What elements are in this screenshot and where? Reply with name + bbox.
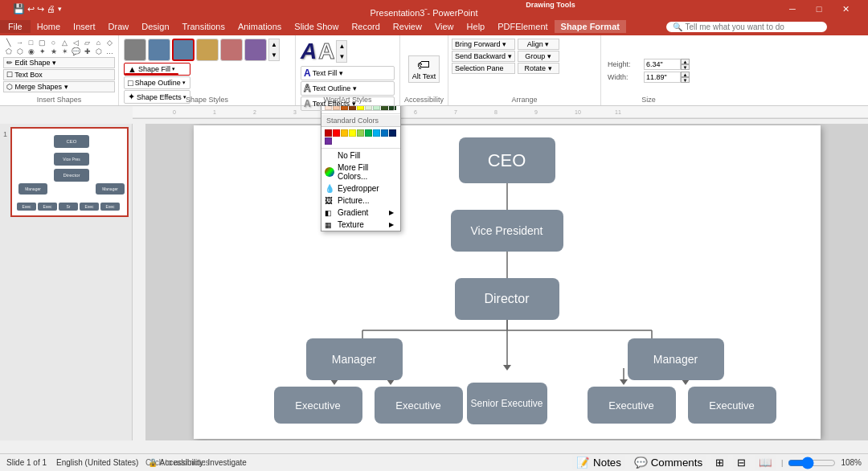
shape-outline-button[interactable]: □ Shape Outline ▾ — [124, 76, 190, 89]
view-reading-button[interactable]: 📖 — [755, 455, 776, 470]
shape-cube[interactable]: ⬡ — [93, 47, 104, 55]
group-button[interactable]: Group ▾ — [518, 51, 559, 62]
height-up[interactable]: ▲ — [681, 59, 690, 64]
menu-shape-format[interactable]: Shape Format — [555, 20, 626, 33]
sc-10[interactable] — [325, 137, 332, 145]
menu-insert[interactable]: Insert — [67, 20, 102, 33]
menu-slideshow[interactable]: Slide Show — [288, 20, 345, 33]
more-fill-item[interactable]: More Fill Colors... — [321, 162, 400, 182]
sc-5[interactable] — [357, 129, 364, 137]
sc-6[interactable] — [365, 129, 372, 137]
executive3-box[interactable]: Executive — [588, 387, 676, 424]
shape-trap[interactable]: ⌂ — [93, 39, 104, 47]
sc-7[interactable] — [373, 129, 380, 137]
style-swatch-2[interactable] — [148, 39, 170, 61]
sc-4[interactable] — [349, 129, 356, 137]
shape-star4[interactable]: ✦ — [37, 47, 47, 55]
zoom-slider[interactable] — [788, 458, 836, 468]
shape-star6[interactable]: ✶ — [59, 47, 70, 55]
minimize-button[interactable]: ─ — [780, 2, 805, 15]
style-swatch-scroll[interactable]: ▲ ▼ — [268, 39, 280, 61]
wordart-a-outline[interactable]: A — [318, 39, 334, 64]
gradient-item[interactable]: ◧ Gradient ▶ — [321, 207, 400, 219]
bring-forward-button[interactable]: Bring Forward ▾ — [452, 39, 515, 50]
shape-more[interactable]: … — [104, 47, 115, 55]
slide-thumbnail[interactable]: CEO Vice Pres Director Manager Manager E… — [10, 127, 129, 217]
text-outline-button[interactable]: A Text Outline ▾ — [301, 81, 395, 96]
menu-pdfelement[interactable]: PDFElement — [491, 20, 554, 33]
menu-review[interactable]: Review — [387, 20, 428, 33]
qat-print[interactable]: 🖨 — [47, 4, 55, 14]
merge-shapes-button[interactable]: ⬡ Merge Shapes ▾ — [3, 81, 115, 92]
sc-8[interactable] — [381, 129, 388, 137]
qat-redo[interactable]: ↪ — [37, 4, 44, 14]
height-down[interactable]: ▼ — [681, 64, 690, 70]
texture-item[interactable]: ▦ Texture ▶ — [321, 219, 400, 231]
director-box[interactable]: Director — [455, 278, 559, 320]
shape-hexa[interactable]: ⬡ — [14, 47, 25, 55]
executive2-box[interactable]: Executive — [375, 387, 463, 424]
shape-diam[interactable]: ◇ — [104, 39, 115, 47]
width-up[interactable]: ▲ — [681, 72, 690, 77]
style-swatch-1[interactable] — [124, 39, 146, 61]
shape-rect[interactable]: □ — [26, 39, 36, 47]
ceo-box[interactable]: CEO — [459, 137, 555, 183]
menu-transitions[interactable]: Transitions — [176, 20, 231, 33]
style-swatch-5[interactable] — [220, 39, 243, 61]
text-box-button[interactable]: ☐ Text Box — [3, 69, 115, 80]
canvas-area[interactable]: CEO Vice President Director Manager Mana… — [145, 124, 868, 440]
wordart-scroll[interactable]: ▲ ▼ — [336, 40, 347, 63]
qat-dropdown[interactable]: ▾ — [58, 5, 62, 13]
shape-arrow[interactable]: → — [14, 39, 25, 47]
slide-canvas[interactable]: CEO Vice President Director Manager Mana… — [194, 125, 821, 439]
qat-undo[interactable]: ↩ — [27, 4, 35, 14]
sc-3[interactable] — [341, 129, 348, 137]
style-swatch-4[interactable] — [196, 39, 219, 61]
shape-rtri[interactable]: ◁ — [71, 39, 81, 47]
alt-text-button[interactable]: 🏷 Alt Text — [408, 55, 440, 83]
text-fill-button[interactable]: A Text Fill ▾ — [301, 66, 395, 80]
height-input[interactable] — [644, 59, 681, 70]
width-input[interactable] — [644, 72, 681, 83]
sc-1[interactable] — [325, 129, 332, 137]
shape-callout[interactable]: 💬 — [71, 47, 81, 55]
width-down[interactable]: ▼ — [681, 77, 690, 83]
close-button[interactable]: ✕ — [833, 2, 858, 15]
eyedropper-item[interactable]: 💧 Eyedropper — [321, 182, 400, 195]
picture-item[interactable]: 🖼 Picture... — [321, 195, 400, 207]
wordart-a-large[interactable]: A — [301, 39, 317, 64]
edit-shape-button[interactable]: ✏ Edit Shape ▾ — [3, 57, 115, 68]
menu-help[interactable]: Help — [461, 20, 492, 33]
menu-record[interactable]: Record — [345, 20, 386, 33]
shape-line[interactable]: ╲ — [3, 39, 14, 47]
qat-save[interactable]: 💾 — [13, 3, 25, 14]
manager1-box[interactable]: Manager — [306, 338, 403, 380]
shape-tri[interactable]: △ — [59, 39, 70, 47]
executive1-box[interactable]: Executive — [274, 387, 362, 424]
menu-view[interactable]: View — [428, 20, 461, 33]
shape-para[interactable]: ▱ — [82, 39, 92, 47]
shape-penta[interactable]: ⬠ — [3, 47, 14, 55]
no-fill-item[interactable]: No Fill — [321, 149, 400, 162]
shape-star5[interactable]: ★ — [48, 47, 59, 55]
rotate-button[interactable]: Rotate ▾ — [518, 63, 559, 74]
shape-oval[interactable]: ○ — [48, 39, 59, 47]
shape-rrect[interactable]: ▢ — [37, 39, 47, 47]
align-button[interactable]: Align ▾ — [518, 39, 559, 50]
executive4-box[interactable]: Executive — [688, 387, 776, 424]
selection-pane-button[interactable]: Selection Pane — [452, 63, 515, 74]
menu-file[interactable]: File — [0, 20, 31, 33]
view-normal-button[interactable]: ⊞ — [711, 455, 728, 470]
shape-fill-button[interactable]: ▲ Shape Fill ▾ — [124, 63, 190, 76]
vp-box[interactable]: Vice President — [451, 210, 563, 252]
sc-9[interactable] — [389, 129, 396, 137]
manager2-box[interactable]: Manager — [628, 338, 724, 380]
send-backward-button[interactable]: Send Backward ▾ — [452, 51, 515, 62]
notes-button[interactable]: 📝 Notes — [572, 455, 625, 470]
menu-animations[interactable]: Animations — [231, 20, 288, 33]
style-swatch-3[interactable] — [172, 39, 194, 61]
menu-home[interactable]: Home — [31, 20, 67, 33]
comments-button[interactable]: 💬 Comments — [630, 455, 706, 470]
view-sorter-button[interactable]: ⊟ — [733, 455, 750, 470]
shape-cross[interactable]: ✚ — [82, 47, 92, 55]
